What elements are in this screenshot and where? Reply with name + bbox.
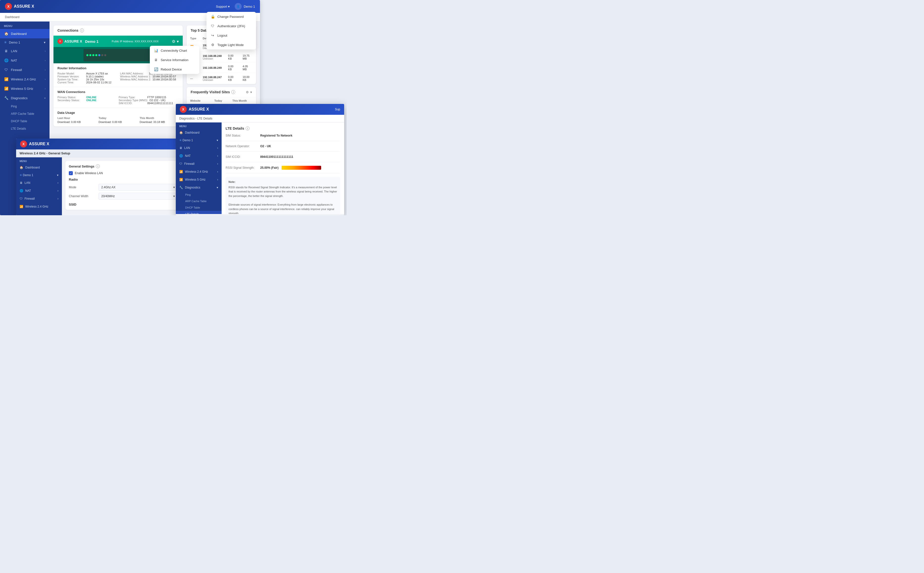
lsb-dashboard[interactable]: 🏠 Dashboard — [176, 128, 221, 136]
sidebar-item-wireless24[interactable]: 📶 Wireless 2.4 GHz › — [0, 75, 50, 84]
lsb-demo1[interactable]: ✳ Demo 1 ▾ — [176, 136, 221, 144]
sidebar-sub-arp[interactable]: ARP Cache Table — [0, 110, 50, 117]
mode-select[interactable]: 2.4Ghz AX ▾ — [99, 184, 177, 191]
header-right: Support ▾ 👤 Demo 1 — [216, 3, 255, 10]
lte-main: LTE Details i SIM Status: Registered To … — [221, 122, 344, 214]
firewall-icon3: 🛡 — [179, 162, 182, 166]
connections-info-icon[interactable]: i — [80, 28, 84, 33]
diagnostics-icon2: 🔧 — [179, 186, 183, 189]
freq-sites-info-icon[interactable]: i — [231, 90, 235, 94]
wireless-main: General Settings i ✓ Enable Wireless LAN… — [62, 157, 184, 215]
chevron-right-icon8: › — [57, 197, 58, 200]
wan-section: WAN Connections Primary Status: ONLINE S… — [53, 87, 183, 108]
sidebar-item-nat[interactable]: 🌐 NAT › — [0, 56, 50, 65]
wsb-firewall[interactable]: 🛡 Firewall › — [16, 195, 62, 203]
nat-icon3: 🌐 — [179, 154, 183, 158]
led-4 — [95, 54, 97, 56]
lock-icon: 🔒 — [210, 14, 215, 19]
lte-sim-status-row: SIM Status: Registered To Network — [226, 134, 340, 141]
chevron-right-icon4: › — [45, 78, 45, 81]
service-info-item[interactable]: 🖥 Service Information — [150, 55, 199, 64]
chevron-down-icon7: ▾ — [216, 139, 218, 142]
asterisk-icon3: ✳ — [179, 139, 182, 142]
wireless-sidebar: Menu 🏠 Dashboard ✳ Demo 1 ▾ 🖥 LAN — [16, 157, 62, 215]
chevron-right-icon2: › — [45, 59, 45, 62]
chevron-right-icon12: › — [217, 170, 218, 174]
chevron-right-icon3: › — [45, 69, 45, 71]
lan-icon3: 🖥 — [179, 146, 182, 150]
lsb-lan[interactable]: 🖥 LAN › — [176, 144, 221, 152]
chevron-down-icon3[interactable]: ▾ — [250, 90, 252, 94]
wsb-wireless24[interactable]: 📶 Wireless 2.4 GHz — [16, 203, 62, 211]
change-password-item[interactable]: 🔒 Change Password — [207, 12, 256, 21]
lsb-diagnostics[interactable]: 🔧 Diagnostics ▾ — [176, 183, 221, 191]
chevron-right-icon11: › — [217, 162, 218, 166]
logo-icon: X — [5, 3, 12, 10]
sidebar-item-firewall[interactable]: 🛡 Firewall › — [0, 65, 50, 75]
wsb-nat[interactable]: 🌐 NAT › — [16, 187, 62, 195]
connection-banner: X ASSURE X Demo 1 Public IP Address: XXX… — [53, 36, 183, 47]
wsb-demo1[interactable]: ✳ Demo 1 ▾ — [16, 171, 62, 179]
wireless-content: Menu 🏠 Dashboard ✳ Demo 1 ▾ 🖥 LAN — [16, 157, 184, 215]
sidebar-item-lan[interactable]: 🖥 LAN › — [0, 46, 50, 56]
lte-win-header: X ASSURE X Sup — [176, 104, 344, 115]
sidebar-sub-lte[interactable]: LTE Details — [0, 125, 50, 132]
chevron-right-icon9: › — [217, 146, 218, 150]
lsb-lte[interactable]: LTE Details — [176, 211, 221, 214]
chevron-down-icon2: ▾ — [44, 97, 45, 99]
mode-row: Mode 2.4Ghz AX ▾ — [69, 184, 177, 191]
menu-label: Menu — [0, 22, 50, 29]
lsb-wireless24[interactable]: 📶 Wireless 2.4 GHz › — [176, 168, 221, 176]
wifi5-icon2: 📶 — [179, 178, 183, 182]
wsb-lan[interactable]: 🖥 LAN › — [16, 179, 62, 187]
lsb-wireless5[interactable]: 📶 Wireless 5 GHz › — [176, 176, 221, 183]
wireless-page-title: Wireless 2.4 GHz - General Setup — [16, 149, 184, 157]
channel-width-select[interactable]: 20/40MHz ▾ — [99, 193, 177, 200]
freq-sites-header: Frequently Visited Sites i ⚙ ▾ — [187, 87, 256, 97]
toggle-light-item[interactable]: ⚙ Toggle Light Mode — [207, 40, 256, 50]
connections-card: Connections i X ASSURE X Demo 1 — [53, 25, 183, 127]
sidebar-item-diagnostics[interactable]: 🔧 Diagnostics ▾ — [0, 93, 50, 103]
signal-bar — [281, 166, 321, 170]
authenticator-item[interactable]: 🛡 Authenticator (2FA) — [207, 21, 256, 31]
chevron-right-icon10: › — [217, 154, 218, 158]
lte-info-icon[interactable]: i — [246, 127, 249, 130]
lte-rssi-row: RSSI Signal Strength: 25.00% (Fair) — [226, 166, 340, 174]
chevron-right-icon: › — [45, 50, 45, 52]
user-button[interactable]: 👤 Demo 1 — [235, 3, 255, 10]
dropdown-menu: 🔒 Change Password 🛡 Authenticator (2FA) … — [207, 12, 256, 50]
reboot-item[interactable]: 🔄 Reboot Device — [150, 64, 199, 74]
lan-icon: 🖥 — [4, 49, 8, 53]
avatar: 👤 — [235, 3, 242, 10]
lsb-nat[interactable]: 🌐 NAT › — [176, 152, 221, 160]
lsb-arp[interactable]: ARP Cache Table — [176, 198, 221, 204]
sidebar-item-demo1[interactable]: ✳ Demo 1 ▾ — [0, 38, 50, 46]
support-button[interactable]: Support ▾ — [216, 5, 230, 8]
asterisk-icon: ✳ — [4, 40, 7, 44]
wifi24-icon3: 📶 — [179, 170, 183, 174]
lte-sidebar: Menu 🏠 Dashboard ✳ Demo 1 ▾ 🖥 LAN — [176, 122, 221, 214]
wireless-logo: X ASSURE X — [20, 141, 49, 147]
home-icon3: 🏠 — [179, 131, 183, 134]
connectivity-chart-item[interactable]: 📊 Connectivity Chart — [150, 46, 199, 55]
nat-icon: 🌐 — [4, 58, 8, 63]
wsb-dashboard[interactable]: 🏠 Dashboard — [16, 164, 62, 171]
wifi5-icon: 📶 — [4, 86, 8, 91]
enable-wireless-row: ✓ Enable Wireless LAN — [69, 171, 177, 175]
led-1 — [86, 54, 88, 56]
logout-item[interactable]: ↪ Logout — [207, 31, 256, 40]
chevron-down-icon6: ▾ — [173, 194, 175, 198]
settings-info-icon[interactable]: i — [96, 164, 100, 168]
chart-icon: 📊 — [154, 48, 158, 53]
sidebar-item-dashboard[interactable]: 🏠 Dashboard — [0, 29, 50, 38]
conn-settings-button[interactable]: ⚙ ▾ — [172, 39, 179, 44]
lsb-firewall[interactable]: 🛡 Firewall › — [176, 160, 221, 168]
gear-icon2[interactable]: ⚙ — [246, 90, 249, 94]
sidebar-sub-ping[interactable]: Ping — [0, 103, 50, 110]
lsb-ping[interactable]: Ping — [176, 191, 221, 198]
lsb-dhcp[interactable]: DHCP Table — [176, 204, 221, 211]
sidebar-item-wireless5[interactable]: 📶 Wireless 5 GHz › — [0, 84, 50, 93]
sidebar-sub-dhcp[interactable]: DHCP Table — [0, 117, 50, 125]
enable-wireless-checkbox[interactable]: ✓ — [69, 171, 73, 175]
chevron-right-icon6: › — [57, 181, 58, 185]
